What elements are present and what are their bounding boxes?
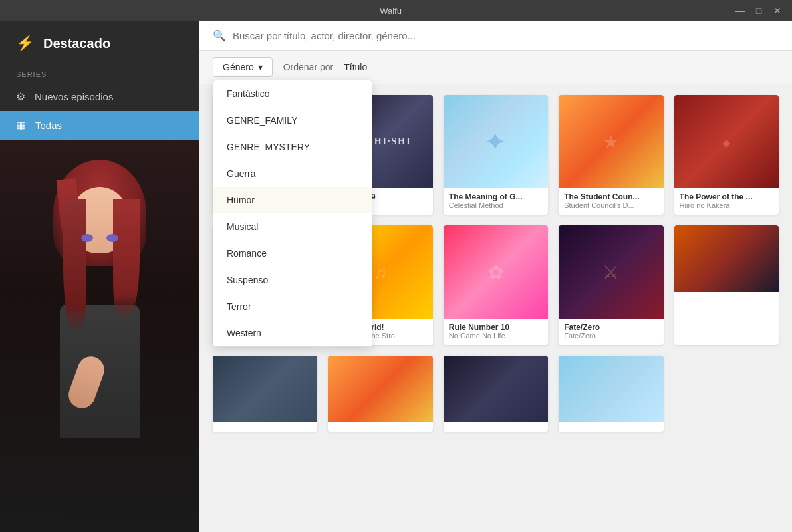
card-title: Fate/Zero <box>564 323 658 332</box>
sidebar: ⚡ Destacado SERIES ⚙ Nuevos episodios ▦ … <box>0 21 199 532</box>
sidebar-image <box>0 140 199 532</box>
genre-button-label: Género <box>223 62 254 72</box>
card-title: The Power of the ... <box>680 192 773 201</box>
card-power[interactable]: ⬥ The Power of the ... Hiiro no Kakera <box>674 95 779 215</box>
titlebar: Waifu — □ ✕ <box>0 0 792 21</box>
dropdown-item-western[interactable]: Western <box>213 320 372 346</box>
titlebar-title: Waifu <box>48 6 733 16</box>
card-r3-4[interactable] <box>444 356 548 432</box>
sidebar-item-todas[interactable]: ▦ Todas <box>0 111 199 140</box>
card-subtitle: Celestial Method <box>449 201 543 209</box>
card-subtitle: No Game No Life <box>449 332 543 340</box>
destacado-label: Destacado <box>43 36 110 51</box>
card-student-council[interactable]: ★ The Student Coun... Student Council's … <box>559 95 663 215</box>
main-content: 🔍 Género ▾ Ordenar por Título Fantástico… <box>199 21 792 532</box>
series-section-label: SERIES <box>0 65 199 82</box>
dropdown-item-musical[interactable]: Musical <box>213 213 372 240</box>
genre-button[interactable]: Género ▾ <box>213 57 273 77</box>
sidebar-item-nuevos-episodios[interactable]: ⚙ Nuevos episodios <box>0 82 199 111</box>
card-title: The Student Coun... <box>564 192 658 201</box>
chevron-down-icon: ▾ <box>258 62 263 72</box>
sidebar-item-nuevos-episodios-label: Nuevos episodios <box>35 91 113 102</box>
card-title: The Meaning of G... <box>449 192 543 201</box>
card-r3-3[interactable] <box>328 356 432 432</box>
minimize-button[interactable]: — <box>733 4 747 17</box>
gear-icon: ⚙ <box>16 90 25 103</box>
dropdown-item-genre_mystery[interactable]: GENRE_MYSTERY <box>213 134 372 160</box>
dropdown-item-genre_family[interactable]: GENRE_FAMILY <box>213 107 372 134</box>
card-fate-zero[interactable]: ⚔ Fate/Zero Fate/Zero <box>559 225 663 345</box>
dropdown-item-romance[interactable]: Romance <box>213 240 372 267</box>
card-meaning[interactable]: ✦ The Meaning of G... Celestial Method <box>444 95 548 215</box>
card-title: Rule Number 10 <box>449 323 543 332</box>
app-container: ⚡ Destacado SERIES ⚙ Nuevos episodios ▦ … <box>0 21 792 532</box>
close-button[interactable]: ✕ <box>771 4 784 17</box>
filter-bar: Género ▾ Ordenar por Título FantásticoGE… <box>199 51 792 84</box>
dropdown-item-suspenso[interactable]: Suspenso <box>213 267 372 293</box>
card-subtitle: Student Council's D... <box>564 201 658 209</box>
dropdown-item-fantastico[interactable]: Fantástico <box>213 80 372 107</box>
dropdown-item-terror[interactable]: Terror <box>213 293 372 320</box>
lightning-icon: ⚡ <box>16 35 34 52</box>
card-r3-1[interactable] <box>674 225 779 345</box>
dropdown-item-guerra[interactable]: Guerra <box>213 160 372 187</box>
maximize-button[interactable]: □ <box>752 4 765 17</box>
sidebar-destacado[interactable]: ⚡ Destacado <box>0 21 199 65</box>
card-r3-5[interactable] <box>559 356 663 432</box>
sidebar-item-todas-label: Todas <box>35 120 62 131</box>
dropdown-item-humor[interactable]: Humor <box>213 187 372 213</box>
search-bar: 🔍 <box>199 21 792 51</box>
grid-icon: ▦ <box>16 119 26 132</box>
order-value: Título <box>344 62 367 72</box>
search-input[interactable] <box>233 30 779 41</box>
search-icon: 🔍 <box>213 29 226 42</box>
order-label: Ordenar por <box>283 62 333 72</box>
titlebar-controls: — □ ✕ <box>733 4 784 17</box>
genre-dropdown: FantásticoGENRE_FAMILYGENRE_MYSTERYGuerr… <box>213 80 372 347</box>
card-r3-2[interactable] <box>213 356 317 432</box>
card-subtitle: Fate/Zero <box>564 332 658 340</box>
card-rule10[interactable]: ✿ Rule Number 10 No Game No Life <box>444 225 548 345</box>
card-subtitle: Hiiro no Kakera <box>680 201 773 209</box>
